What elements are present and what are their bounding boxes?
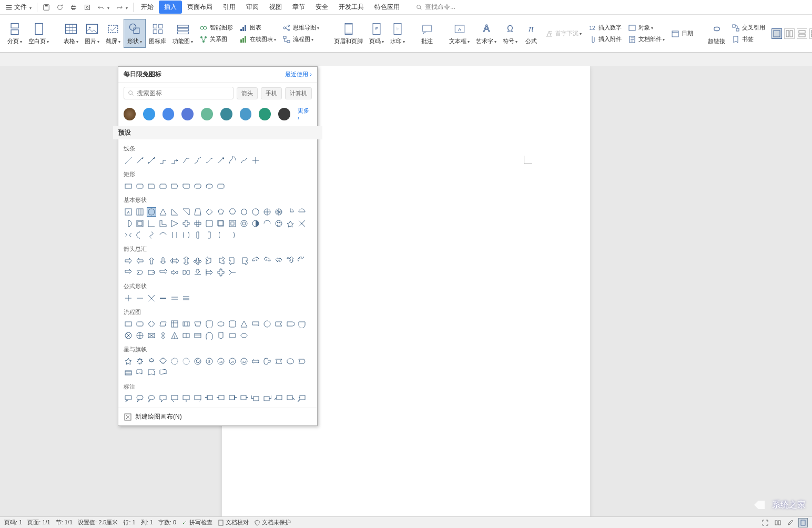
svg-rect-62: [790, 31, 793, 37]
date-button[interactable]: 日期: [668, 28, 696, 39]
screenshot-icon: [106, 22, 120, 36]
attachment-button[interactable]: 插入附件: [585, 34, 625, 45]
dropcap-icon: A: [545, 29, 553, 38]
svg-rect-10: [35, 24, 43, 35]
flowchart-button[interactable]: 流程图: [279, 34, 322, 45]
picture-button[interactable]: 图片: [82, 19, 103, 47]
equation-icon: π: [524, 22, 539, 36]
online-chart-icon: [239, 35, 248, 44]
cross-ref-button[interactable]: 交叉引用: [728, 23, 768, 33]
svg-point-36: [288, 25, 290, 26]
shapes-button[interactable]: 形状: [124, 19, 146, 48]
picture-icon: [85, 22, 99, 36]
svg-rect-19: [153, 30, 157, 34]
insert-number-button[interactable]: 12插入数字: [585, 23, 625, 33]
print-preview-button[interactable]: [80, 2, 94, 13]
svg-rect-47: [422, 25, 432, 32]
undo-button[interactable]: [94, 2, 113, 13]
paging-icon: [7, 22, 22, 36]
save-button[interactable]: [39, 2, 53, 13]
svg-text:A: A: [483, 23, 490, 34]
table-button[interactable]: 表格: [60, 19, 82, 47]
svg-rect-29: [240, 29, 242, 31]
svg-rect-55: [629, 25, 635, 31]
view-mode-1[interactable]: [772, 28, 782, 39]
tab-special[interactable]: 特色应用: [369, 1, 405, 14]
mindmap-icon: [282, 24, 291, 32]
symbol-button[interactable]: Ω 符号: [500, 19, 521, 47]
header-footer-button[interactable]: 页眉和页脚: [331, 19, 366, 47]
hyperlink-icon: [709, 22, 724, 36]
search-icon: [415, 4, 423, 11]
save-icon: [43, 4, 50, 11]
chart-icon: [239, 24, 248, 32]
svg-rect-34: [245, 36, 246, 43]
tab-sections[interactable]: 章节: [287, 1, 310, 14]
comment-button[interactable]: 批注: [417, 19, 438, 47]
textbox-button[interactable]: A 文本框: [446, 19, 473, 47]
svg-rect-58: [733, 25, 735, 27]
object-button[interactable]: 对象: [625, 23, 668, 33]
file-menu-button[interactable]: 文件: [2, 1, 35, 13]
svg-text:A: A: [395, 26, 400, 31]
tab-view[interactable]: 视图: [264, 1, 287, 14]
table-icon: [64, 22, 78, 36]
wordart-button[interactable]: A 艺术字: [473, 19, 500, 47]
chart-button[interactable]: 图表: [236, 23, 279, 33]
blank-page-icon: [32, 22, 46, 36]
svg-rect-63: [799, 31, 805, 33]
tab-security[interactable]: 安全: [310, 1, 333, 14]
refresh-icon: [56, 4, 64, 11]
date-icon: [671, 29, 679, 38]
mindmap-button[interactable]: 思维导图: [279, 23, 322, 33]
tab-references[interactable]: 引用: [218, 1, 241, 14]
svg-text:Ω: Ω: [507, 24, 513, 33]
bookmark-button[interactable]: 书签: [728, 34, 768, 45]
svg-rect-60: [774, 31, 780, 37]
smart-graphic-button[interactable]: 智能图形: [196, 23, 236, 33]
svg-rect-38: [283, 36, 286, 38]
function-chart-button[interactable]: 功能图: [169, 19, 196, 47]
screenshot-button[interactable]: 截屏: [103, 19, 124, 47]
page-number-icon: #: [369, 22, 384, 36]
print-button[interactable]: [67, 2, 80, 13]
doc-parts-icon: [628, 35, 636, 44]
search-command[interactable]: 查找命令...: [415, 3, 455, 12]
page-number-button[interactable]: # 页码: [366, 19, 387, 47]
bookmark-icon: [732, 35, 740, 44]
tab-start[interactable]: 开始: [136, 1, 159, 14]
svg-point-13: [89, 27, 91, 29]
paging-button[interactable]: 分页: [4, 19, 25, 47]
attachment-icon: [588, 35, 596, 44]
svg-rect-18: [158, 24, 162, 28]
icon-library-button[interactable]: 图标库: [146, 19, 169, 47]
svg-rect-39: [287, 40, 290, 43]
svg-rect-11: [66, 24, 77, 34]
redo-button[interactable]: [113, 2, 131, 13]
svg-rect-33: [242, 38, 244, 43]
tab-insert[interactable]: 插入: [159, 1, 182, 14]
blank-page-button[interactable]: 空白页: [25, 19, 52, 47]
view-mode-4[interactable]: [809, 28, 812, 39]
doc-parts-button[interactable]: 文档部件: [625, 34, 668, 45]
equation-button[interactable]: π 公式: [521, 19, 542, 47]
file-label: 文件: [14, 3, 27, 12]
comment-icon: [420, 22, 434, 36]
watermark-button[interactable]: A 水印: [387, 19, 408, 47]
print-preview-icon: [84, 4, 91, 11]
tab-review[interactable]: 审阅: [241, 1, 264, 14]
hyperlink-button[interactable]: 超链接: [705, 19, 728, 47]
svg-rect-57: [672, 31, 678, 37]
relation-button[interactable]: 关系图: [196, 34, 236, 45]
online-chart-button[interactable]: 在线图表: [236, 34, 279, 45]
refresh-button[interactable]: [53, 2, 67, 13]
dropcap-button[interactable]: A首字下沉: [542, 28, 585, 39]
view-mode-3[interactable]: [797, 28, 807, 39]
view-mode-2[interactable]: [784, 28, 795, 39]
svg-rect-61: [786, 31, 789, 37]
tab-layout[interactable]: 页面布局: [182, 1, 218, 14]
tab-developer[interactable]: 开发工具: [333, 1, 369, 14]
svg-point-37: [288, 29, 290, 31]
hamburger-icon: [5, 4, 13, 11]
print-icon: [70, 4, 77, 11]
